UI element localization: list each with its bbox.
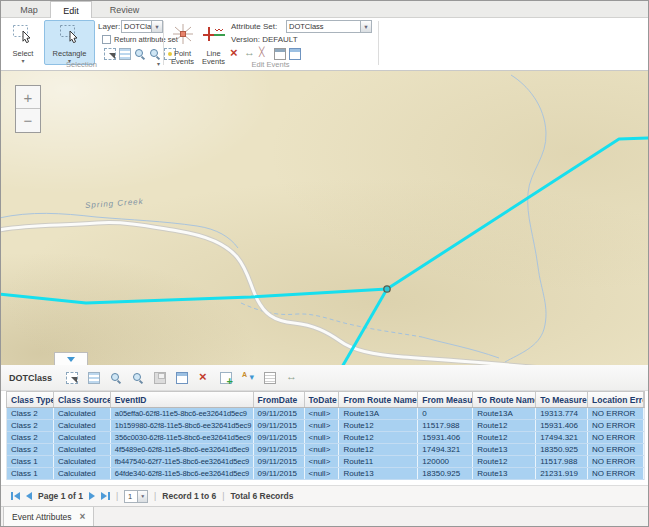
table-cell: 120000 [418,456,473,467]
column-header[interactable]: FromDate [254,392,305,407]
layer-dropdown-arrow-icon[interactable]: ▼ [151,21,162,32]
table-cell: Route12 [339,444,418,455]
table-cell: 4f5489e0-62f8-11e5-8bc6-ee32641d5ec9 [111,444,254,455]
table-cell: 11517.988 [536,456,588,467]
attribute-table-toolbar: DOTClass [1,365,648,391]
layer-value: DOTClass [122,21,151,32]
page-number-dropdown[interactable]: 1 ▼ [124,490,148,503]
table-cell: 19313.774 [536,408,588,419]
return-attribute-checkbox[interactable] [102,35,111,44]
record-range-label: Record 1 to 6 [162,491,216,501]
show-rows-icon[interactable] [88,372,100,384]
pan-selected-icon[interactable] [149,48,161,60]
app-window: Map Edit Review Select ▾ Rectangle ▾ Lay… [0,0,649,527]
table-cell: <null> [305,432,340,443]
select-rows-icon[interactable] [119,48,131,60]
event-attributes-tab[interactable]: Event Attributes × [3,507,94,527]
table-cell: NO ERROR [588,420,644,431]
attribute-set-dropdown-arrow-icon[interactable]: ▼ [360,21,371,32]
map-view[interactable]: Spring Creek + − [1,71,649,365]
table-view-icon[interactable] [176,372,188,384]
table-cell: Route11 [339,456,418,467]
event-attributes-panel: DOTClass Class TypeClass SourceEventIDFr… [1,365,648,506]
table-row[interactable]: Class 1Calculated64fde340-62f8-11e5-8bc6… [7,468,644,480]
table-cell: 64fde340-62f8-11e5-8bc6-ee32641d5ec9 [111,468,254,479]
table-row[interactable]: Class 2Calculateda05effa0-62f8-11e5-8bc6… [7,408,644,420]
table-cell: Route12 [473,432,536,443]
table-cell: 1b159980-62f8-11e5-8bc6-ee32641d5ec9 [111,420,254,431]
selection-mini-toolbar [104,48,176,60]
table-cell: Calculated [54,408,111,419]
table-cell: <null> [305,420,340,431]
selection-group-label: Selection [1,60,162,69]
table-cell: Route13 [339,468,418,479]
layer-dropdown[interactable]: DOTClass ▼ [121,20,163,33]
delete-row-icon[interactable] [198,372,210,384]
table-row[interactable]: Class 1Calculatedfb447540-62f7-11e5-8bc6… [7,456,644,468]
split-event-icon[interactable] [259,48,271,60]
version-label: Version: DEFAULT [231,35,298,44]
column-header[interactable]: Location Error [588,392,644,407]
column-header[interactable]: To Measure [536,392,588,407]
extent-icon[interactable] [286,372,298,384]
previous-page-button[interactable] [26,492,32,500]
attribute-set-dropdown[interactable]: DOTClass ▼ [286,20,372,33]
delete-event-icon[interactable] [229,48,241,60]
pan-to-icon[interactable] [132,372,144,384]
table-cell: Calculated [54,456,111,467]
select-tool-icon[interactable] [66,372,78,384]
table-cell: Class 2 [7,444,54,455]
zoom-selected-icon[interactable] [134,48,146,60]
row-form-icon[interactable] [264,372,276,384]
save-icon[interactable] [154,372,166,384]
column-header[interactable]: From Route Name [339,392,418,407]
table-row[interactable]: Class 2Calculated1b159980-62f8-11e5-8bc6… [7,420,644,432]
column-header[interactable]: ToDate [305,392,340,407]
line-events-icon [202,24,226,48]
select-area-icon[interactable] [104,48,116,60]
table-cell: <null> [305,408,340,419]
tab-map[interactable]: Map [9,1,49,18]
column-header[interactable]: EventID [111,392,254,407]
table-cell: Class 2 [7,432,54,443]
grid-pager: Page 1 of 1 | 1 ▼ | Record 1 to 6 | Tota… [1,485,648,506]
select-button[interactable]: Select ▾ [4,20,42,65]
table-row[interactable]: Class 2Calculated356c0030-62f8-11e5-8bc6… [7,432,644,444]
last-page-button[interactable] [101,492,110,500]
table-cell: Route13A [339,408,418,419]
table-cell: Route12 [473,456,536,467]
panel-collapse-handle[interactable] [54,352,88,365]
bottom-tabstrip: Event Attributes × [1,506,648,527]
first-page-button[interactable] [11,492,20,500]
attribute-table-icon[interactable] [289,48,301,60]
next-page-button[interactable] [89,492,95,500]
point-events-icon [172,24,194,48]
column-header[interactable]: From Measure [418,392,473,407]
table-cell: NO ERROR [588,456,644,467]
table-cell: Calculated [54,420,111,431]
zoom-to-icon[interactable] [110,372,122,384]
table-cell: 09/11/2015 [254,456,305,467]
table-row[interactable]: Class 2Calculated4f5489e0-62f8-11e5-8bc6… [7,444,644,456]
column-header[interactable]: Class Source [54,392,111,407]
tab-review[interactable]: Review [97,1,152,18]
attributes-window-icon[interactable] [274,48,286,60]
table-cell: Route13 [473,444,536,455]
measure-event-icon[interactable] [244,48,256,60]
sort-rows-icon[interactable] [242,372,254,384]
zoom-in-button[interactable]: + [16,86,40,109]
close-tab-icon[interactable]: × [80,513,86,521]
column-header[interactable]: To Route Name [473,392,536,407]
route-west [1,289,387,303]
attribute-grid: Class TypeClass SourceEventIDFromDateToD… [6,391,645,480]
zoom-out-button[interactable]: − [16,109,40,132]
add-row-icon[interactable] [220,372,232,384]
attribute-set-value: DOTClass [287,21,360,32]
map-layers [1,71,649,365]
pager-separator: | [154,491,156,501]
rectangle-button[interactable]: Rectangle ▾ [44,20,95,65]
table-cell: Route12 [339,420,418,431]
page-dropdown-arrow-icon[interactable]: ▼ [137,491,147,502]
column-header[interactable]: Class Type [7,392,54,407]
tab-edit[interactable]: Edit [50,1,92,19]
